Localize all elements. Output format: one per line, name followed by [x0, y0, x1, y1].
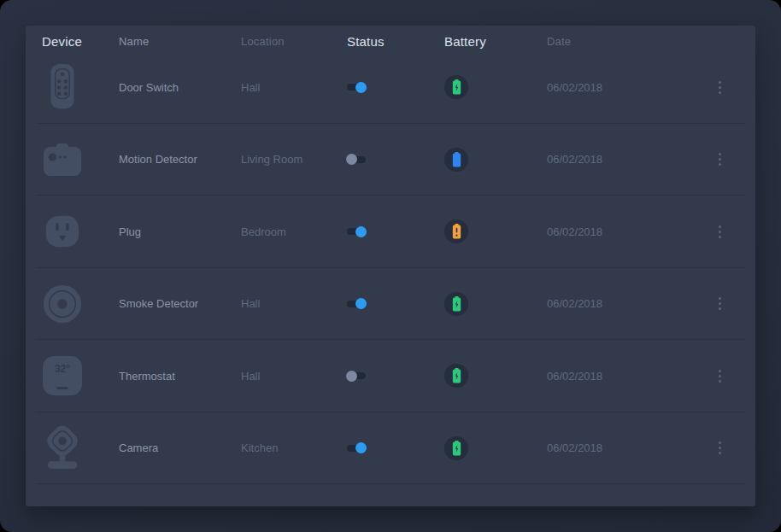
device-location: Kitchen — [241, 441, 343, 454]
status-toggle[interactable] — [347, 82, 366, 93]
thermostat-dash — [57, 387, 68, 389]
column-header-battery: Battery — [444, 34, 547, 49]
column-header-status: Status — [343, 34, 444, 49]
device-name: Camera — [119, 441, 241, 454]
status-toggle[interactable] — [347, 154, 366, 165]
door-switch-icon — [42, 61, 83, 114]
status-toggle[interactable] — [347, 371, 366, 382]
column-header-device: Device — [42, 34, 119, 49]
table-row: Smoke Detector Hall 06/02/2018 — [26, 268, 755, 341]
device-name: Plug — [119, 225, 241, 238]
motion-detector-icon — [42, 139, 83, 180]
battery-badge — [444, 219, 468, 243]
kebab-menu-icon[interactable] — [715, 222, 725, 242]
kebab-menu-icon[interactable] — [715, 438, 725, 458]
kebab-menu-icon[interactable] — [715, 294, 725, 313]
device-date: 06/02/2018 — [547, 297, 707, 310]
battery-badge — [444, 148, 468, 172]
device-date: 06/02/2018 — [547, 153, 707, 166]
status-toggle[interactable] — [347, 298, 366, 309]
device-location: Hall — [241, 297, 343, 310]
devices-table-card: Device Name Location Status Battery Date… — [26, 26, 755, 506]
column-header-location: Location — [241, 35, 343, 48]
device-name: Thermostat — [119, 370, 241, 383]
column-header-name: Name — [119, 35, 241, 48]
plug-icon — [42, 212, 83, 251]
kebab-menu-icon[interactable] — [715, 366, 725, 386]
kebab-menu-icon[interactable] — [715, 78, 725, 97]
table-row: Camera Kitchen 06/02/2018 — [26, 412, 755, 485]
thermostat-icon: 32° — [42, 356, 83, 395]
device-name: Motion Detector — [119, 153, 241, 166]
device-name: Smoke Detector — [119, 297, 241, 310]
table-row: Door Switch Hall 06/02/2018 — [26, 51, 755, 124]
table-header: Device Name Location Status Battery Date — [26, 26, 755, 51]
device-location: Hall — [241, 370, 343, 383]
device-location: Hall — [241, 81, 343, 94]
camera-icon — [42, 424, 83, 473]
battery-badge — [444, 364, 468, 388]
device-date: 06/02/2018 — [547, 441, 707, 454]
thermostat-temp-label: 32° — [55, 363, 70, 395]
battery-badge — [444, 292, 468, 316]
kebab-menu-icon[interactable] — [715, 149, 725, 169]
device-date: 06/02/2018 — [547, 370, 707, 383]
table-row: Motion Detector Living Room 06/02/2018 — [26, 124, 755, 196]
device-location: Bedroom — [241, 225, 343, 238]
device-date: 06/02/2018 — [547, 81, 707, 94]
battery-badge — [444, 75, 468, 99]
device-name: Door Switch — [119, 81, 241, 94]
table-row: 32° Thermostat Hall 06/02/2018 — [26, 340, 755, 412]
table-row: Plug Bedroom 06/02/2018 — [26, 196, 755, 268]
status-toggle[interactable] — [347, 226, 366, 237]
app-screen: Device Name Location Status Battery Date… — [0, 0, 781, 532]
column-header-date: Date — [547, 35, 707, 48]
status-toggle[interactable] — [347, 442, 366, 453]
device-date: 06/02/2018 — [547, 225, 707, 238]
smoke-detector-icon — [42, 284, 83, 324]
device-location: Living Room — [241, 153, 343, 166]
battery-badge — [444, 436, 468, 460]
